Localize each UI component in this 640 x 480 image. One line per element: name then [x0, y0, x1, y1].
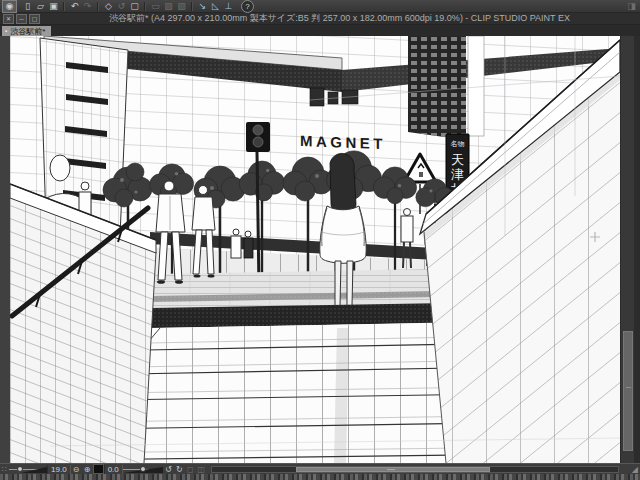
mesh-transform-icon[interactable]: ▨: [162, 1, 175, 12]
close-document-button[interactable]: ✕: [3, 14, 14, 24]
flip-view-button[interactable]: ◫: [196, 465, 207, 474]
toolbar-separator: [144, 2, 146, 11]
csp-logo-icon[interactable]: ◉: [2, 0, 17, 13]
reset-view-button[interactable]: ◻: [185, 465, 196, 474]
zoom-out-button[interactable]: ⊖: [71, 465, 82, 474]
canvas-gutter: [0, 36, 10, 463]
toolbar-separator: [97, 2, 99, 11]
move-tool-icon[interactable]: ◇: [102, 1, 115, 12]
open-file-icon[interactable]: ▱: [34, 1, 47, 12]
rotation-value: 0.0: [104, 465, 123, 474]
snap-perspective-icon[interactable]: ◺: [209, 1, 222, 12]
toolbar-separator: [191, 2, 193, 11]
rotate-view-icon[interactable]: ↺: [115, 1, 128, 12]
fit-view-icon[interactable]: ▢: [128, 1, 141, 12]
redo-icon[interactable]: ↷: [81, 1, 94, 12]
snap-special-icon[interactable]: ⊥: [222, 1, 235, 12]
zoom-in-button[interactable]: ⊕: [82, 465, 93, 474]
zoom-slider[interactable]: [9, 465, 47, 474]
zoom-value: 19.0: [47, 465, 71, 474]
minimize-document-button[interactable]: ─: [16, 14, 27, 24]
window-edge: [634, 36, 640, 463]
horizontal-scrollbar-thumb[interactable]: [296, 467, 490, 472]
vertical-sign-header: 名物: [451, 140, 465, 148]
toolbar-separator: [63, 2, 65, 11]
vertical-scrollbar[interactable]: [620, 36, 634, 463]
transform-icon[interactable]: ▭: [149, 1, 162, 12]
magnet-sign-text: MAGNET: [300, 132, 386, 152]
canvas-tab-label: 渋谷駅前*: [10, 26, 45, 37]
canvas-artwork[interactable]: MAGNET 名物 天津甘栗: [10, 36, 620, 463]
workspace: MAGNET 名物 天津甘栗: [0, 36, 640, 463]
fit-screen-button[interactable]: [93, 464, 104, 474]
rotation-slider[interactable]: [123, 465, 163, 474]
canvas-tab-active[interactable]: ▪ 渋谷駅前*: [2, 26, 51, 36]
canvas-statusbar: ∷ 19.0 ⊖ ⊕ 0.0 ↺ ↻ ◻ ◫ ◢: [0, 463, 640, 474]
rotate-right-button[interactable]: ↻: [174, 465, 185, 474]
vertical-scrollbar-thumb[interactable]: [623, 331, 633, 451]
panel-toggle-icon[interactable]: ◨: [625, 1, 638, 12]
maximize-document-button[interactable]: ▢: [29, 14, 40, 24]
resize-grip-icon[interactable]: ◢: [632, 465, 638, 474]
save-file-icon[interactable]: ▣: [47, 1, 60, 12]
horizontal-scrollbar[interactable]: [211, 466, 619, 473]
undo-icon[interactable]: ↶: [68, 1, 81, 12]
document-title: 渋谷駅前* (A4 297.00 x 210.00mm 製本サイズ:B5 判 2…: [42, 12, 637, 25]
rotate-left-button[interactable]: ↺: [163, 465, 174, 474]
tab-thumbnail-icon: ▪: [5, 28, 7, 34]
free-transform-icon[interactable]: ▧: [175, 1, 188, 12]
snap-ruler-icon[interactable]: ↘: [196, 1, 209, 12]
new-file-icon[interactable]: ▯: [21, 1, 34, 12]
document-titlebar: ✕ ─ ▢ 渋谷駅前* (A4 297.00 x 210.00mm 製本サイズ:…: [0, 13, 640, 25]
window-bottom-strip: [0, 474, 640, 480]
help-icon[interactable]: ?: [241, 0, 254, 13]
statusbar-grip-icon: ∷: [2, 465, 7, 474]
clip-studio-window: ◉ ▯ ▱ ▣ ↶ ↷ ◇ ↺ ▢ ▭ ▨ ▧ ↘ ◺ ⊥ ? ◨ ✕ ─ ▢ …: [0, 0, 640, 480]
